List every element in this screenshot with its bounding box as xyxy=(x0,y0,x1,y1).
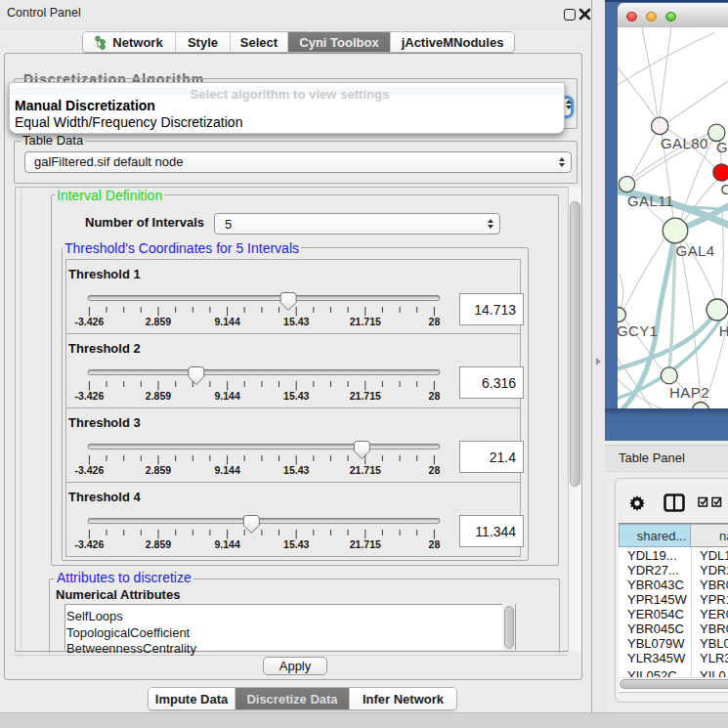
svg-text:HIS: HIS xyxy=(719,322,728,339)
svg-text:GCY1: GCY1 xyxy=(618,322,658,339)
svg-text:GAL: GAL xyxy=(716,139,728,155)
svg-text:GAL4: GAL4 xyxy=(676,242,715,259)
svg-text:CD: CD xyxy=(721,181,728,197)
svg-text:HAP2: HAP2 xyxy=(669,384,709,401)
svg-text:GAL11: GAL11 xyxy=(627,193,674,209)
svg-text:GAL80: GAL80 xyxy=(661,135,708,151)
